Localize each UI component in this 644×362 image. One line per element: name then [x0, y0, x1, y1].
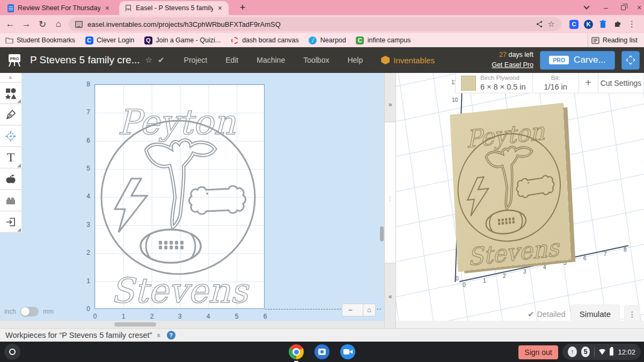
get-easel-pro-link[interactable]: Get Easel Pro	[492, 61, 533, 69]
text-tool-button[interactable]: T	[0, 147, 21, 168]
shapes-tool-button[interactable]	[0, 83, 21, 104]
sign-out-button[interactable]: Sign out	[518, 345, 558, 359]
chrome-app-icon[interactable]	[289, 344, 304, 359]
menu-edit[interactable]: Edit	[225, 56, 238, 64]
workpiece-canvas[interactable]	[94, 84, 265, 309]
tray-divider	[594, 347, 595, 357]
ruler-tick: 4	[203, 313, 213, 320]
bit-selector[interactable]: Bit: 1/16 in	[533, 73, 579, 93]
carve-button[interactable]: PRO Carve...	[540, 51, 615, 70]
menu-toolbox[interactable]: Toolbox	[303, 56, 329, 64]
docs-favicon	[8, 4, 14, 12]
ruler-tick: 0	[80, 305, 90, 313]
toolbar-collapse-button[interactable]: «	[0, 73, 21, 83]
bookmark-clever-login[interactable]: C Clever Login	[80, 33, 139, 47]
import-tool-button[interactable]	[0, 211, 21, 233]
zoom-home-button[interactable]: ⌂	[363, 304, 376, 316]
help-icon[interactable]: ?	[167, 331, 175, 339]
apps-tool-button[interactable]	[0, 168, 21, 190]
window-restore-button[interactable]	[616, 2, 630, 13]
preview-board[interactable]	[450, 103, 571, 271]
extension-c-icon[interactable]: C	[567, 20, 581, 29]
canvas-vertical-scrollbar[interactable]	[380, 226, 384, 241]
tab-review-sheet[interactable]: Review Sheet For Thursday 3/10 ×	[2, 1, 116, 15]
video-app-icon[interactable]	[340, 344, 355, 359]
home-button[interactable]: ⌂	[50, 19, 67, 29]
expand-preview-button[interactable]: «	[385, 263, 396, 328]
back-button[interactable]: ←	[2, 19, 18, 29]
bookmark-nearpod[interactable]: / Nearpod	[304, 33, 351, 47]
share-icon[interactable]	[536, 20, 543, 28]
menu-project[interactable]: Project	[184, 56, 208, 64]
origin-tool-button[interactable]	[0, 125, 21, 147]
new-tab-button[interactable]: +	[236, 2, 249, 14]
browser-menu-kebab-icon[interactable]: ⋮	[625, 19, 639, 29]
tab-close-icon[interactable]: ×	[217, 4, 223, 12]
quizizz-icon: Q	[144, 36, 152, 45]
unit-toggle-group: inch mm	[4, 307, 54, 316]
preview-menu-kebab-icon[interactable]: ⋮	[625, 306, 640, 323]
axis-label: 10	[452, 97, 458, 103]
reading-list-button[interactable]: Reading list	[588, 33, 641, 47]
fullscreen-button[interactable]	[621, 51, 640, 70]
expand-arrows-icon	[626, 55, 635, 65]
forward-button[interactable]: →	[18, 19, 34, 29]
material-blocks-tool-button[interactable]	[0, 190, 21, 211]
reload-button[interactable]: ↻	[34, 19, 50, 30]
shelf-apps	[289, 344, 355, 359]
unit-toggle[interactable]	[20, 307, 39, 316]
text-tool-icon: T	[7, 150, 15, 165]
tab-close-icon[interactable]: ×	[104, 4, 111, 12]
window-close-button[interactable]: ×	[632, 2, 644, 13]
add-bit-button[interactable]: +	[579, 73, 598, 93]
pen-icon	[5, 109, 16, 120]
trial-days-block: 27 days left Get Easel Pro	[492, 50, 533, 70]
inventables-brand[interactable]: Inventables	[381, 56, 435, 65]
bookmark-quizizz[interactable]: Q Join a Game - Quizi...	[139, 33, 225, 47]
divider-drag-grip[interactable]: ⋮	[385, 195, 396, 202]
menu-machine[interactable]: Machine	[257, 56, 285, 64]
url-text[interactable]: easel.inventables.com/projects/h3CphWRbu…	[87, 20, 531, 28]
trash-extension-icon[interactable]	[596, 20, 610, 28]
address-bar[interactable]: easel.inventables.com/projects/h3CphWRbu…	[69, 17, 561, 31]
bookmark-star-icon[interactable]: ☆	[548, 19, 555, 29]
favorite-star-icon[interactable]: ☆	[145, 55, 152, 65]
browser-toolbar: ← → ↻ ⌂ easel.inventables.com/projects/h…	[0, 15, 644, 33]
launcher-button[interactable]	[4, 344, 20, 360]
lego-brick-icon	[5, 195, 17, 206]
collapse-canvas-button[interactable]: »	[385, 73, 396, 122]
project-title[interactable]: P Stevens 5 family cre...	[30, 54, 140, 66]
design-canvas-area[interactable]: 8 7 6 5 4 3 2 1 0 0 1 2 3 4 5 6 « T	[0, 73, 384, 321]
workpieces-bar[interactable]: Workpieces for “P Stevens 5 family crese…	[0, 328, 644, 342]
zoom-out-button[interactable]: −	[342, 304, 358, 316]
bookmark-canvas[interactable]: dash borad canvas	[225, 33, 304, 47]
status-tray[interactable]: ↑ 5 12:02	[562, 344, 641, 360]
window-minimize-button[interactable]: –	[599, 2, 613, 13]
shapes-icon	[5, 87, 17, 99]
bookmark-infinite-campus[interactable]: C infinte campus	[351, 33, 416, 47]
tab-easel[interactable]: Easel - P Stevens 5 family creset ×	[119, 1, 229, 15]
detailed-toggle[interactable]: ✔Detailed	[528, 310, 565, 319]
easel-pro-logo[interactable]: PRO	[6, 52, 23, 68]
bookmark-student-bookmarks[interactable]: Student Bookmarks	[0, 33, 80, 47]
crest-design[interactable]	[95, 85, 265, 309]
camera-app-icon[interactable]	[314, 344, 330, 359]
window-menu-chevron-icon[interactable]	[580, 2, 594, 13]
scrollbar-thumb[interactable]	[114, 322, 156, 327]
menu-help[interactable]: Help	[347, 56, 363, 64]
extensions-puzzle-icon[interactable]	[610, 20, 625, 28]
menu-bar: Project Edit Machine Toolbox Help	[184, 56, 363, 64]
ruler-tick: 6	[260, 313, 270, 320]
material-selector[interactable]: Birch Plywood 6 × 8 × 0.5 in	[456, 73, 533, 93]
extension-k-icon[interactable]: K	[581, 20, 596, 29]
material-swatch	[461, 76, 476, 91]
canvas-horizontal-scrollbar[interactable]	[0, 321, 384, 328]
workpieces-collapse-icon[interactable]: «	[156, 333, 164, 337]
notification-count-badge[interactable]: 5	[581, 346, 590, 357]
update-arrow-icon[interactable]: ↑	[568, 346, 577, 357]
preview-3d-panel[interactable]: 11 10 9 8 7 6 5 4 3 2 1 0 0 1 2 3 4 5 6 …	[396, 73, 644, 328]
ruler-tick: 5	[80, 165, 90, 172]
axis-label: 8	[624, 247, 627, 253]
cut-settings-button[interactable]: Cut Settings	[598, 73, 643, 93]
pen-tool-button[interactable]	[0, 104, 21, 125]
